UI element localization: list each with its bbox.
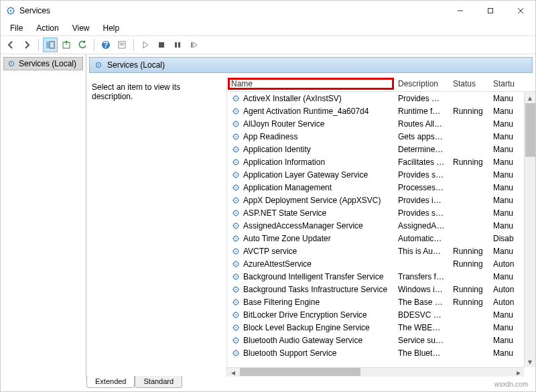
tab-extended[interactable]: Extended	[86, 376, 135, 388]
scroll-thumb[interactable]	[240, 368, 360, 376]
scroll-up-icon[interactable]: ▴	[525, 92, 536, 103]
svg-point-43	[235, 123, 237, 125]
svg-point-145	[235, 340, 237, 341]
scroll-thumb[interactable]	[525, 103, 535, 157]
column-description[interactable]: Description	[394, 79, 449, 88]
service-name: BitLocker Drive Encryption Service	[243, 310, 367, 320]
svg-point-73	[235, 187, 237, 188]
column-headers[interactable]: Name ⌃ Description Status Startu	[227, 76, 535, 92]
svg-point-151	[235, 352, 237, 354]
service-row[interactable]: Application InformationFacilitates t...R…	[227, 155, 535, 168]
service-description: Runtime for...	[394, 107, 449, 116]
tree-pane: Services (Local)	[1, 54, 86, 377]
separator	[38, 39, 39, 51]
tree-root-services-local[interactable]: Services (Local)	[3, 57, 83, 70]
service-name: Base Filtering Engine	[243, 298, 320, 307]
service-description: Determines ...	[394, 145, 449, 154]
service-row[interactable]: AllJoyn Router ServiceRoutes AllJo...Man…	[227, 117, 535, 130]
restart-button[interactable]	[186, 38, 201, 52]
menu-help[interactable]: Help	[98, 22, 125, 34]
help-button[interactable]: ?	[98, 38, 113, 52]
service-status: Running	[449, 259, 489, 269]
service-row[interactable]: Background Intelligent Transfer ServiceT…	[227, 270, 535, 283]
service-row[interactable]: Application Layer Gateway ServiceProvide…	[227, 168, 535, 181]
menu-view[interactable]: View	[67, 22, 95, 34]
service-row[interactable]: Bluetooth Support ServiceThe Bluetoo...M…	[227, 346, 535, 359]
watermark: wsxdn.com	[494, 381, 528, 388]
vertical-scrollbar[interactable]: ▴ ▾	[524, 92, 535, 367]
service-row[interactable]: Auto Time Zone UpdaterAutomatica...Disab	[227, 232, 535, 245]
menu-file[interactable]: File	[5, 22, 28, 34]
service-name: Application Management	[243, 183, 332, 192]
svg-point-55	[235, 149, 237, 150]
svg-point-27	[11, 63, 12, 64]
column-name[interactable]: Name ⌃	[227, 79, 394, 88]
maximize-button[interactable]	[475, 1, 505, 21]
minimize-button[interactable]	[445, 1, 475, 21]
service-row[interactable]: AVCTP serviceThis is Audi...RunningManu	[227, 245, 535, 257]
service-status: Running	[449, 285, 489, 294]
service-row[interactable]: Block Level Backup Engine ServiceThe WBE…	[227, 321, 535, 334]
svg-point-67	[235, 174, 237, 176]
service-row[interactable]: ASP.NET State ServiceProvides su...Manu	[227, 206, 535, 219]
svg-line-7	[13, 13, 13, 13]
titlebar[interactable]: Services	[1, 1, 535, 21]
start-button[interactable]	[138, 38, 153, 52]
service-row[interactable]: ActiveX Installer (AxInstSV)Provides Us.…	[227, 92, 535, 105]
horizontal-scrollbar[interactable]: ◂ ▸	[227, 367, 524, 377]
menu-action[interactable]: Action	[31, 22, 64, 34]
back-button[interactable]	[3, 38, 18, 52]
service-row[interactable]: Agent Activation Runtime_4a607d4Runtime …	[227, 105, 535, 117]
services-list: Name ⌃ Description Status Startu ActiveX…	[227, 76, 535, 377]
service-row[interactable]: BitLocker Drive Encryption ServiceBDESVC…	[227, 308, 535, 321]
gear-icon	[231, 259, 241, 269]
gear-icon	[231, 107, 241, 116]
service-row[interactable]: Base Filtering EngineThe Base Fil...Runn…	[227, 296, 535, 308]
service-description: The WBENG...	[394, 323, 449, 332]
service-row[interactable]: App ReadinessGets apps re...Manu	[227, 130, 535, 143]
export-button[interactable]	[59, 38, 74, 52]
svg-rect-22	[159, 42, 164, 48]
service-name: Block Level Backup Engine Service	[243, 323, 370, 332]
service-description: Transfers fil...	[394, 272, 449, 281]
window-title: Services	[19, 6, 50, 15]
svg-point-109	[235, 263, 237, 265]
scroll-left-icon[interactable]: ◂	[227, 368, 239, 377]
separator	[133, 39, 134, 51]
svg-point-91	[235, 225, 237, 226]
service-description: Windows in...	[394, 285, 449, 294]
gear-icon	[231, 336, 241, 345]
tab-standard[interactable]: Standard	[135, 376, 182, 388]
service-row[interactable]: Application IdentityDetermines ...Manu	[227, 143, 535, 155]
column-status[interactable]: Status	[449, 79, 489, 88]
svg-point-61	[235, 161, 237, 163]
refresh-button[interactable]	[75, 38, 90, 52]
gear-icon	[7, 59, 16, 68]
gear-icon	[231, 247, 241, 256]
gear-icon	[231, 196, 241, 205]
properties-button[interactable]	[115, 38, 129, 52]
service-row[interactable]: Background Tasks Infrastructure ServiceW…	[227, 283, 535, 296]
service-description: Gets apps re...	[394, 132, 449, 141]
scroll-down-icon[interactable]: ▾	[525, 356, 536, 367]
service-description: Routes AllJo...	[394, 119, 449, 129]
content-header-title: Services (Local)	[107, 60, 165, 70]
gear-icon	[231, 234, 241, 243]
stop-button[interactable]	[154, 38, 169, 52]
service-row[interactable]: AssignedAccessManager ServiceAssignedAc.…	[227, 219, 535, 232]
close-button[interactable]	[505, 1, 535, 21]
scroll-right-icon[interactable]: ▸	[513, 368, 524, 377]
forward-button[interactable]	[19, 38, 34, 52]
service-row[interactable]: AzureAttestServiceRunningAuton	[227, 257, 535, 270]
service-row[interactable]: AppX Deployment Service (AppXSVC)Provide…	[227, 194, 535, 206]
service-row[interactable]: Application ManagementProcesses in...Man…	[227, 181, 535, 194]
detail-pane: Select an item to view its description.	[86, 76, 227, 377]
service-row[interactable]: Bluetooth Audio Gateway ServiceService s…	[227, 334, 535, 346]
column-startup[interactable]: Startu	[489, 79, 535, 88]
gear-icon	[231, 132, 241, 141]
service-description: Facilitates t...	[394, 157, 449, 167]
gear-icon	[231, 183, 241, 192]
svg-rect-25	[191, 42, 192, 48]
pause-button[interactable]	[170, 38, 185, 52]
show-hide-tree-button[interactable]	[43, 38, 58, 52]
